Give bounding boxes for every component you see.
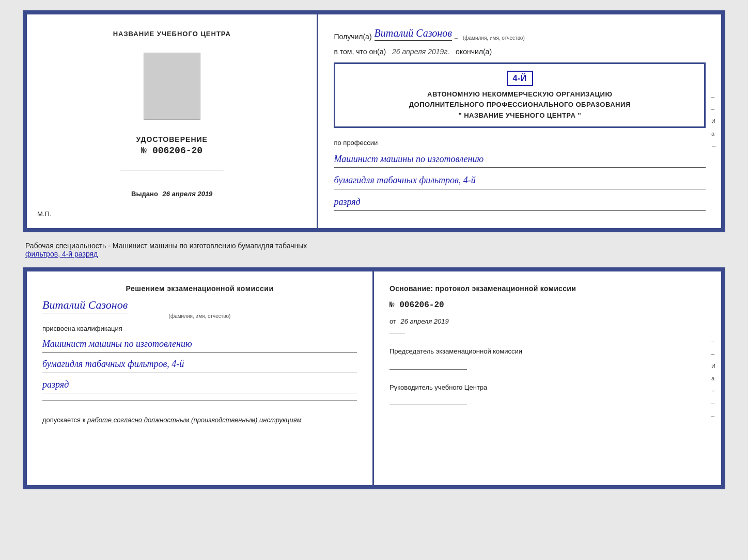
- photo-placeholder: [144, 53, 200, 120]
- vtom-label: в том, что он(а): [334, 47, 386, 56]
- poluchil-name: Виталий Сазонов: [375, 27, 452, 41]
- poluchil-subtext: (фамилия, имя, отчество): [463, 35, 525, 41]
- side-mark-b2: –: [711, 350, 717, 357]
- udostoverenie-number: № 006206-20: [136, 146, 208, 156]
- vtom-line: в том, что он(а) 26 апреля 2019г. окончи…: [334, 47, 706, 56]
- udostoverenie-title: УДОСТОВЕРЕНИЕ: [136, 135, 208, 143]
- prisvoena-label: присвоена квалификация: [42, 325, 357, 332]
- vydano-line: Выдано 26 апреля 2019: [131, 190, 212, 198]
- side-mark-4: а: [711, 131, 717, 137]
- side-mark-b1: –: [711, 338, 717, 344]
- protocol-number: № 006206-20: [389, 300, 706, 310]
- cert-bottom-right: Основание: протокол экзаменационной коми…: [374, 271, 721, 485]
- side-mark-3: И: [711, 118, 717, 124]
- side-mark-1: –: [711, 93, 717, 100]
- side-marks-bottom: – – И а ← – –: [711, 338, 717, 419]
- udostoverenie-block: УДОСТОВЕРЕНИЕ № 006206-20: [136, 135, 208, 156]
- bottom-name: Виталий Сазонов: [42, 298, 128, 313]
- ot-line: от 26 апреля 2019: [389, 317, 706, 325]
- side-mark-b3: И: [711, 363, 717, 369]
- stamp-block: 4-й АВТОНОМНУЮ НЕКОММЕРЧЕСКУЮ ОРГАНИЗАЦИ…: [334, 62, 706, 128]
- predsed-label: Председатель экзаменационной комиссии: [389, 346, 706, 357]
- bottom-name-subtext: (фамилия, имя, отчество): [42, 313, 357, 319]
- ot-date: 26 апреля 2019: [401, 317, 449, 325]
- certificate-bottom: Решением экзаменационной комиссии Витали…: [23, 267, 725, 489]
- side-mark-5: ←: [711, 143, 717, 149]
- stamp-line3: " НАЗВАНИЕ УЧЕБНОГО ЦЕНТРА ": [343, 110, 696, 121]
- dopuskaetsya-line: допускается к работе согласно должностны…: [42, 416, 357, 424]
- osnov-title: Основание: протокол экзаменационной коми…: [389, 284, 706, 293]
- poluchil-line: Получил(а) Виталий Сазонов – (фамилия, и…: [334, 27, 706, 41]
- vydano-label: Выдано: [131, 190, 158, 198]
- training-center-heading: НАЗВАНИЕ УЧЕБНОГО ЦЕНТРА: [113, 30, 231, 38]
- qual-line1: Машинист машины по изготовлению: [42, 335, 357, 353]
- dopu-text: работе согласно должностным (производств…: [87, 416, 302, 424]
- qual-line3: разряд: [42, 376, 357, 393]
- okonchil-label: окончил(а): [456, 47, 492, 56]
- middle-text-underline: фильтров, 4-й разряд: [25, 250, 98, 258]
- stamp-line1: АВТОНОМНУЮ НЕКОММЕРЧЕСКУЮ ОРГАНИЗАЦИЮ: [343, 89, 696, 100]
- poluchil-label: Получил(а): [334, 33, 371, 41]
- cert-bottom-left: Решением экзаменационной комиссии Витали…: [27, 271, 374, 485]
- side-mark-b5: ←: [711, 388, 717, 394]
- side-mark-b6: –: [711, 400, 717, 406]
- rukov-sign-line: [389, 395, 467, 405]
- cert-right-panel: Получил(а) Виталий Сазонов – (фамилия, и…: [318, 14, 721, 228]
- komissia-title: Решением экзаменационной комиссии: [42, 284, 357, 293]
- cert-left-panel: НАЗВАНИЕ УЧЕБНОГО ЦЕНТРА УДОСТОВЕРЕНИЕ №…: [27, 14, 318, 228]
- predsed-block: Председатель экзаменационной комиссии: [389, 346, 706, 372]
- profession-line3: разряд: [334, 194, 706, 211]
- middle-text-section: Рабочая специальность - Машинист машины …: [23, 237, 725, 262]
- mp-label: М.П.: [37, 210, 51, 218]
- rukov-label: Руководитель учебного Центра: [389, 382, 706, 393]
- rukov-block: Руководитель учебного Центра: [389, 382, 706, 408]
- vtom-date: 26 апреля 2019г.: [392, 47, 449, 56]
- middle-text-label: Рабочая специальность - Машинист машины …: [25, 242, 307, 250]
- vydano-date: 26 апреля 2019: [163, 190, 213, 198]
- profession-line2: бумагидля табачных фильтров, 4-й: [334, 172, 706, 189]
- profession-line1: Машинист машины по изготовлению: [334, 151, 706, 168]
- ot-label: от: [389, 317, 396, 325]
- dopu-label: допускается к: [42, 416, 85, 424]
- profesia-label: по профессии: [334, 139, 706, 147]
- side-mark-b4: а: [711, 375, 717, 381]
- predsed-sign-line: [389, 359, 467, 370]
- side-mark-2: –: [711, 106, 717, 112]
- poluchil-dash: –: [455, 35, 458, 41]
- qual-line2: бумагидля табачных фильтров, 4-й: [42, 356, 357, 373]
- side-marks-top: – – И а ←: [711, 93, 717, 149]
- stamp-line2: ДОПОЛНИТЕЛЬНОГО ПРОФЕССИОНАЛЬНОГО ОБРАЗО…: [343, 100, 696, 110]
- stamp-4y: 4-й: [507, 71, 533, 86]
- certificate-top: НАЗВАНИЕ УЧЕБНОГО ЦЕНТРА УДОСТОВЕРЕНИЕ №…: [23, 10, 725, 232]
- name-block: Виталий Сазонов (фамилия, имя, отчество): [42, 298, 357, 319]
- side-mark-b7: –: [711, 412, 717, 419]
